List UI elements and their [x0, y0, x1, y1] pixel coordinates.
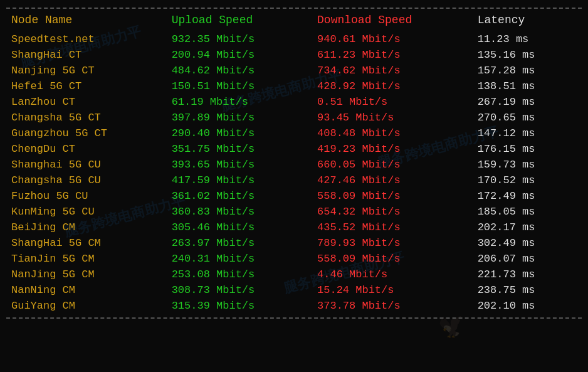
cell-node-name: NanJing 5G CM: [6, 267, 167, 282]
cell-upload-speed: 253.08 Mbit/s: [167, 267, 312, 282]
cell-latency: 172.49 ms: [473, 188, 582, 204]
header-download-speed: Download Speed: [312, 11, 473, 31]
cell-node-name: Changsha 5G CU: [6, 173, 167, 188]
cell-upload-speed: 305.46 Mbit/s: [167, 220, 312, 235]
cell-download-speed: 734.62 Mbit/s: [312, 63, 473, 78]
cell-latency: 267.19 ms: [473, 94, 582, 110]
cell-download-speed: 435.52 Mbit/s: [312, 220, 473, 235]
cell-upload-speed: 393.65 Mbit/s: [167, 157, 312, 173]
cell-download-speed: 660.05 Mbit/s: [312, 157, 473, 173]
table-row: Hefei 5G CT150.51 Mbit/s428.92 Mbit/s138…: [6, 78, 582, 94]
cell-upload-speed: 484.62 Mbit/s: [167, 63, 312, 78]
table-row: GuiYang CM315.39 Mbit/s373.78 Mbit/s202.…: [6, 298, 582, 314]
cell-latency: 135.16 ms: [473, 47, 582, 63]
cell-download-speed: 0.51 Mbit/s: [312, 94, 473, 110]
header-latency: Latency: [473, 11, 582, 31]
cell-latency: 302.49 ms: [473, 235, 582, 251]
cell-download-speed: 15.24 Mbit/s: [312, 282, 473, 298]
cell-latency: 221.73 ms: [473, 267, 582, 282]
cell-upload-speed: 150.51 Mbit/s: [167, 78, 312, 94]
table-row: Nanjing 5G CT484.62 Mbit/s734.62 Mbit/s1…: [6, 63, 582, 78]
cell-latency: 185.05 ms: [473, 204, 582, 220]
border-top: [6, 8, 582, 9]
cell-download-speed: 419.23 Mbit/s: [312, 141, 473, 157]
cell-download-speed: 558.09 Mbit/s: [312, 251, 473, 267]
header-upload-speed: Upload Speed: [167, 11, 312, 31]
table-row: TianJin 5G CM240.31 Mbit/s558.09 Mbit/s2…: [6, 251, 582, 267]
table-row: Fuzhou 5G CU361.02 Mbit/s558.09 Mbit/s17…: [6, 188, 582, 204]
table-row: Changsha 5G CT397.89 Mbit/s93.45 Mbit/s2…: [6, 110, 582, 125]
table-body: Speedtest.net932.35 Mbit/s940.61 Mbit/s1…: [6, 31, 582, 314]
cell-download-speed: 428.92 Mbit/s: [312, 78, 473, 94]
cell-download-speed: 611.23 Mbit/s: [312, 47, 473, 63]
cell-latency: 202.10 ms: [473, 298, 582, 314]
cell-upload-speed: 200.94 Mbit/s: [167, 47, 312, 63]
table-row: Changsha 5G CU417.59 Mbit/s427.46 Mbit/s…: [6, 173, 582, 188]
speed-table: Node Name Upload Speed Download Speed La…: [6, 11, 582, 314]
cell-upload-speed: 263.97 Mbit/s: [167, 235, 312, 251]
table-header-row: Node Name Upload Speed Download Speed La…: [6, 11, 582, 31]
cell-latency: 157.28 ms: [473, 63, 582, 78]
cell-download-speed: 558.09 Mbit/s: [312, 188, 473, 204]
table-row: NanNing CM308.73 Mbit/s15.24 Mbit/s238.7…: [6, 282, 582, 298]
cell-latency: 147.12 ms: [473, 125, 582, 141]
cell-latency: 202.17 ms: [473, 220, 582, 235]
cell-upload-speed: 240.31 Mbit/s: [167, 251, 312, 267]
cell-node-name: Shanghai 5G CU: [6, 157, 167, 173]
cell-upload-speed: 361.02 Mbit/s: [167, 188, 312, 204]
table-row: KunMing 5G CU360.83 Mbit/s654.32 Mbit/s1…: [6, 204, 582, 220]
main-container: Node Name Upload Speed Download Speed La…: [0, 0, 588, 326]
table-row: ShangHai CT200.94 Mbit/s611.23 Mbit/s135…: [6, 47, 582, 63]
cell-download-speed: 427.46 Mbit/s: [312, 173, 473, 188]
table-row: ChengDu CT351.75 Mbit/s419.23 Mbit/s176.…: [6, 141, 582, 157]
table-row: NanJing 5G CM253.08 Mbit/s4.46 Mbit/s221…: [6, 267, 582, 282]
cell-node-name: KunMing 5G CU: [6, 204, 167, 220]
cell-latency: 270.65 ms: [473, 110, 582, 125]
cell-latency: 176.15 ms: [473, 141, 582, 157]
cell-download-speed: 940.61 Mbit/s: [312, 31, 473, 47]
cell-node-name: TianJin 5G CM: [6, 251, 167, 267]
cell-upload-speed: 61.19 Mbit/s: [167, 94, 312, 110]
cell-upload-speed: 397.89 Mbit/s: [167, 110, 312, 125]
cell-node-name: BeiJing CM: [6, 220, 167, 235]
cell-node-name: Nanjing 5G CT: [6, 63, 167, 78]
cell-latency: 206.07 ms: [473, 251, 582, 267]
cell-upload-speed: 360.83 Mbit/s: [167, 204, 312, 220]
cell-node-name: NanNing CM: [6, 282, 167, 298]
table-row: ShangHai 5G CM263.97 Mbit/s789.93 Mbit/s…: [6, 235, 582, 251]
cell-upload-speed: 417.59 Mbit/s: [167, 173, 312, 188]
table-row: BeiJing CM305.46 Mbit/s435.52 Mbit/s202.…: [6, 220, 582, 235]
cell-latency: 159.73 ms: [473, 157, 582, 173]
cell-upload-speed: 290.40 Mbit/s: [167, 125, 312, 141]
table-row: LanZhou CT61.19 Mbit/s0.51 Mbit/s267.19 …: [6, 94, 582, 110]
cell-node-name: GuiYang CM: [6, 298, 167, 314]
cell-upload-speed: 315.39 Mbit/s: [167, 298, 312, 314]
cell-upload-speed: 351.75 Mbit/s: [167, 141, 312, 157]
table-row: Shanghai 5G CU393.65 Mbit/s660.05 Mbit/s…: [6, 157, 582, 173]
cell-upload-speed: 932.35 Mbit/s: [167, 31, 312, 47]
cell-download-speed: 408.48 Mbit/s: [312, 125, 473, 141]
cell-node-name: LanZhou CT: [6, 94, 167, 110]
cell-node-name: Changsha 5G CT: [6, 110, 167, 125]
cell-upload-speed: 308.73 Mbit/s: [167, 282, 312, 298]
cell-download-speed: 4.46 Mbit/s: [312, 267, 473, 282]
cell-download-speed: 654.32 Mbit/s: [312, 204, 473, 220]
table-row: Guangzhou 5G CT290.40 Mbit/s408.48 Mbit/…: [6, 125, 582, 141]
cell-node-name: Speedtest.net: [6, 31, 167, 47]
cell-download-speed: 373.78 Mbit/s: [312, 298, 473, 314]
cell-latency: 238.75 ms: [473, 282, 582, 298]
cell-node-name: Fuzhou 5G CU: [6, 188, 167, 204]
border-bottom: [6, 317, 582, 319]
cell-node-name: ShangHai 5G CM: [6, 235, 167, 251]
cell-latency: 138.51 ms: [473, 78, 582, 94]
cell-download-speed: 93.45 Mbit/s: [312, 110, 473, 125]
cell-node-name: Hefei 5G CT: [6, 78, 167, 94]
table-row: Speedtest.net932.35 Mbit/s940.61 Mbit/s1…: [6, 31, 582, 47]
header-node-name: Node Name: [6, 11, 167, 31]
cell-latency: 11.23 ms: [473, 31, 582, 47]
cell-latency: 170.52 ms: [473, 173, 582, 188]
cell-download-speed: 789.93 Mbit/s: [312, 235, 473, 251]
cell-node-name: Guangzhou 5G CT: [6, 125, 167, 141]
cell-node-name: ChengDu CT: [6, 141, 167, 157]
cell-node-name: ShangHai CT: [6, 47, 167, 63]
